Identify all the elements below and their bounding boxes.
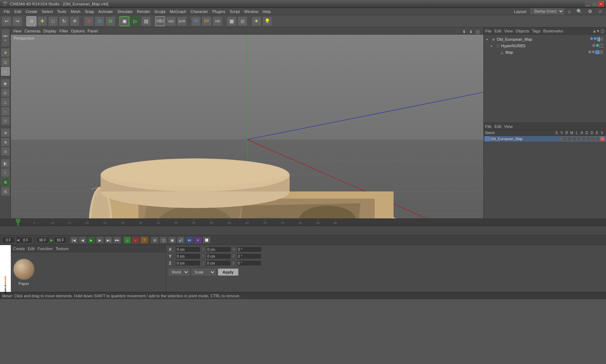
obj-objects-menu[interactable]: Objects xyxy=(515,29,529,33)
anim-button[interactable]: ANI xyxy=(166,16,176,26)
panel-menu[interactable]: Panel xyxy=(88,29,98,33)
symmetry-btn[interactable]: ⊟ xyxy=(1,187,10,196)
attr-check-9[interactable] xyxy=(596,137,600,141)
tree-item-map[interactable]: ▸ △ Map ✕ xyxy=(485,49,605,56)
record-mode-btn[interactable]: ● xyxy=(132,236,140,244)
size-y-input[interactable] xyxy=(206,253,231,259)
size-z-input[interactable] xyxy=(206,260,231,266)
viewport-icon-3[interactable]: ◫ xyxy=(475,29,480,35)
parallel-btn[interactable]: △ xyxy=(1,98,10,106)
window-controls[interactable]: _ □ ✕ xyxy=(585,1,604,6)
next-frame-btn[interactable]: ▶ xyxy=(96,236,104,244)
mat-paper-thumb[interactable] xyxy=(13,258,35,280)
menu-sculpt[interactable]: Sculpt xyxy=(152,9,168,14)
texture-tag-1[interactable] xyxy=(597,37,598,41)
perspective-btn[interactable]: ◎ xyxy=(1,88,10,97)
close-button[interactable]: ✕ xyxy=(598,1,604,6)
display-tag-1[interactable] xyxy=(599,37,600,41)
top-view-btn[interactable]: ○ xyxy=(1,107,10,116)
apply-button[interactable]: Apply xyxy=(218,268,238,276)
attr-edit-menu[interactable]: Edit xyxy=(495,124,501,129)
obj-bookmarks-menu[interactable]: Bookmarks xyxy=(543,29,563,33)
add-object-btn[interactable]: ⊕ xyxy=(1,128,10,137)
move-button[interactable]: ✛ xyxy=(37,16,47,26)
attr-check-6[interactable] xyxy=(581,137,586,141)
polygon-btn[interactable]: ⊗ xyxy=(1,138,10,146)
obj-icon1[interactable]: ▴ xyxy=(593,28,596,34)
attr-item-old-european-map[interactable]: Old_European_Map ✓ ✕ xyxy=(484,136,606,142)
menu-edit[interactable]: Edit xyxy=(12,9,23,14)
layout-icon4[interactable]: ☆ xyxy=(596,8,605,15)
layout-icon2[interactable]: 🔍 xyxy=(574,8,584,15)
menu-plugins[interactable]: Plugins xyxy=(210,9,228,14)
obj-tags-menu[interactable]: Tags xyxy=(532,29,540,33)
rot-h-input[interactable] xyxy=(237,247,262,252)
frame-go-btn[interactable]: ▶ xyxy=(50,238,53,243)
selection-tool-btn[interactable]: ◫ xyxy=(1,58,10,66)
select-live-button[interactable]: ⊙ xyxy=(26,16,36,26)
xpresso-button[interactable]: XP xyxy=(191,16,201,26)
magnet-btn[interactable]: ⌇ xyxy=(1,168,10,177)
obj-button[interactable]: OBJ xyxy=(155,16,165,26)
rot-p-input[interactable] xyxy=(236,253,262,259)
dot-visible-3[interactable] xyxy=(588,50,591,53)
pos-y-input[interactable] xyxy=(175,253,201,259)
deform-button[interactable]: ⊙ xyxy=(105,16,115,26)
go-start-btn[interactable]: |◀ xyxy=(70,236,78,244)
attr-check-4[interactable] xyxy=(572,137,576,141)
viewport-icon-1[interactable]: ⬆ xyxy=(461,29,467,35)
hair-button[interactable]: HR xyxy=(212,16,223,26)
size-x-input[interactable] xyxy=(206,247,231,252)
cameras-menu[interactable]: Cameras xyxy=(25,29,41,33)
sky-button[interactable]: ◎ xyxy=(237,16,247,26)
dynamics-button[interactable]: DY xyxy=(202,16,212,26)
menu-animate[interactable]: Animate xyxy=(96,9,115,14)
render-view-button[interactable]: ▣ xyxy=(119,16,129,26)
sound-btn[interactable]: 🔊 xyxy=(177,236,185,244)
render-anim-btn[interactable]: ◫ xyxy=(159,236,167,244)
obj-view-menu[interactable]: View xyxy=(504,29,513,33)
light-button[interactable]: ☀ xyxy=(251,16,262,26)
space-dropdown[interactable]: World Object xyxy=(169,269,189,275)
fps-input[interactable] xyxy=(54,237,67,243)
attr-file-menu[interactable]: File xyxy=(485,124,492,129)
pos-x-input[interactable] xyxy=(175,247,201,252)
layout-icon1[interactable]: ⌂ xyxy=(566,8,573,15)
dot-visible-2[interactable] xyxy=(592,44,595,47)
knife-btn[interactable]: ◧ xyxy=(1,159,10,168)
tex-tag-3[interactable] xyxy=(596,50,599,54)
prev-frame-btn[interactable]: ◀ xyxy=(79,236,87,244)
add-button[interactable]: ✛ xyxy=(70,16,80,26)
object-mode-btn[interactable]: ◈ xyxy=(2,38,9,41)
pos-z-input[interactable] xyxy=(175,260,201,266)
attr-check-7[interactable] xyxy=(586,137,590,141)
dot-visible-1[interactable] xyxy=(590,37,593,40)
current-frame-input[interactable] xyxy=(2,237,15,243)
mat-edit-menu[interactable]: Edit xyxy=(28,247,35,251)
keyframe-btn[interactable]: ⬦ xyxy=(124,236,131,244)
script-btn[interactable]: SCR xyxy=(177,16,187,26)
scale-button[interactable]: □ xyxy=(48,16,58,26)
rot-b-input[interactable] xyxy=(236,260,262,266)
floor-button[interactable]: ▦ xyxy=(227,16,237,26)
menu-snap[interactable]: Snap xyxy=(83,9,96,14)
display-menu[interactable]: Display xyxy=(43,29,56,33)
obj-icon2[interactable]: ▾ xyxy=(597,28,599,34)
tree-item-hypernurbs[interactable]: ▸ ⬡ HyperNURBS ✓ xyxy=(485,43,605,49)
attr-check-1[interactable]: ✓ xyxy=(558,137,562,141)
maximize-button[interactable]: □ xyxy=(592,1,597,6)
undo-button[interactable]: ↩ xyxy=(1,16,12,26)
menu-window[interactable]: Window xyxy=(242,9,260,14)
mat-create-menu[interactable]: Create xyxy=(13,247,25,251)
obj-edit-menu[interactable]: Edit xyxy=(495,29,501,33)
layout-dropdown[interactable]: Startup (User) xyxy=(531,8,564,14)
menu-file[interactable]: File xyxy=(1,9,12,14)
fps-btn[interactable]: ▣ xyxy=(168,236,176,244)
layout-icon3[interactable]: ⚙ xyxy=(586,8,594,15)
menu-create[interactable]: Create xyxy=(23,9,40,14)
dot-render-1[interactable] xyxy=(594,37,597,40)
attr-view-menu[interactable]: View xyxy=(504,124,513,129)
model-mode-btn[interactable]: ■ xyxy=(2,35,9,37)
menu-simulate[interactable]: Simulate xyxy=(115,9,135,14)
edge-btn[interactable]: ⊙ xyxy=(1,147,10,156)
